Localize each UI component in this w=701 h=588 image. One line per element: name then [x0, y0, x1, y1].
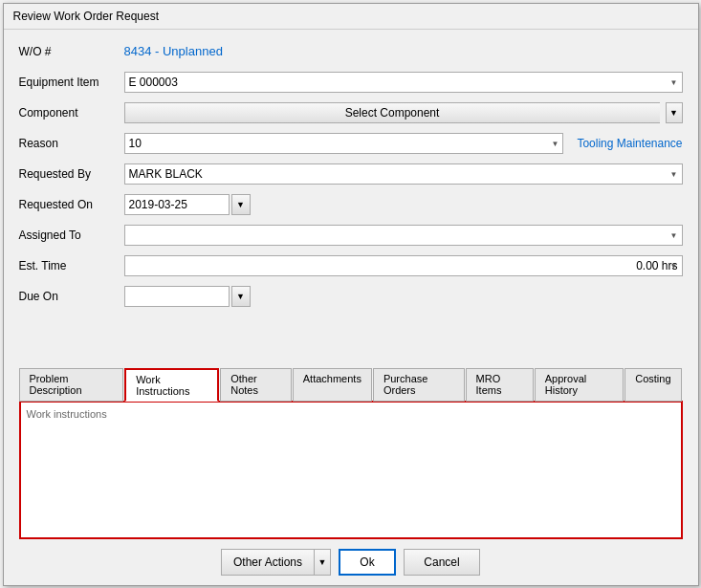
other-actions-button[interactable]: Other Actions	[221, 549, 314, 576]
tooling-link[interactable]: Tooling Maintenance	[577, 137, 682, 150]
date-wrapper: ▼	[124, 194, 683, 215]
dialog-footer: Other Actions ▼ Ok Cancel	[4, 539, 698, 585]
tab-approval-history[interactable]: Approval History	[535, 368, 624, 402]
other-actions-dropdown-button[interactable]: ▼	[314, 549, 331, 576]
dialog-title-bar: Review Work Order Request	[4, 4, 698, 30]
reason-select-wrapper: 10	[124, 133, 564, 154]
reason-select[interactable]: 10	[124, 133, 564, 154]
work-instructions-placeholder: Work instructions	[27, 408, 107, 420]
tab-costing[interactable]: Costing	[624, 368, 681, 402]
form-body: W/O # 8434 - Unplanned Equipment Item E …	[4, 30, 698, 363]
review-work-order-dialog: Review Work Order Request W/O # 8434 - U…	[3, 3, 699, 586]
due-on-control: ▼	[124, 286, 683, 307]
dialog-title: Review Work Order Request	[13, 10, 160, 23]
equipment-label: Equipment Item	[19, 76, 124, 89]
other-actions-button-group: Other Actions ▼	[221, 549, 331, 576]
requested-by-label: Requested By	[19, 167, 124, 181]
est-time-control	[124, 255, 683, 276]
due-on-label: Due On	[19, 290, 124, 303]
assigned-to-control	[124, 225, 683, 246]
work-instructions-content: Work instructions	[25, 406, 677, 534]
tab-problem-description[interactable]: Problem Description	[19, 368, 124, 402]
tab-attachments[interactable]: Attachments	[293, 368, 372, 402]
requested-on-calendar-button[interactable]: ▼	[231, 194, 251, 215]
requested-on-input[interactable]	[124, 194, 230, 215]
assigned-to-select-wrapper	[124, 225, 683, 246]
wo-row: W/O # 8434 - Unplanned	[19, 39, 683, 64]
reason-control: 10 Tooling Maintenance	[124, 133, 683, 154]
est-time-input[interactable]	[124, 255, 683, 276]
select-component-button[interactable]: Select Component	[124, 102, 660, 123]
due-on-input[interactable]	[124, 286, 230, 307]
cancel-button[interactable]: Cancel	[404, 549, 480, 576]
requested-by-row: Requested By MARK BLACK	[19, 162, 683, 186]
reason-label: Reason	[19, 137, 124, 150]
assigned-to-row: Assigned To	[19, 223, 683, 248]
due-on-calendar-button[interactable]: ▼	[231, 286, 251, 307]
wo-label: W/O #	[19, 45, 124, 58]
due-on-date-wrapper: ▼	[124, 286, 683, 307]
equipment-select-wrapper: E 000003	[124, 72, 683, 93]
component-row: Component Select Component ▼	[19, 100, 683, 125]
est-time-row: Est. Time	[19, 253, 683, 278]
requested-on-control: ▼	[124, 194, 683, 215]
requested-by-select[interactable]: MARK BLACK	[124, 163, 683, 185]
tab-content-area: Work instructions	[19, 401, 683, 539]
tab-mro-items[interactable]: MRO Items	[466, 368, 534, 402]
wo-value-wrapper: 8434 - Unplanned	[124, 44, 683, 58]
ok-button[interactable]: Ok	[339, 549, 396, 576]
requested-by-control: MARK BLACK	[124, 163, 683, 185]
assigned-to-select[interactable]	[124, 225, 683, 246]
due-on-row: Due On ▼	[19, 284, 683, 309]
requested-by-select-wrapper: MARK BLACK	[124, 163, 683, 185]
component-dropdown-arrow[interactable]: ▼	[666, 102, 683, 123]
equipment-select[interactable]: E 000003	[124, 72, 683, 93]
equipment-control: E 000003	[124, 72, 683, 93]
requested-on-label: Requested On	[19, 198, 124, 211]
component-control: Select Component ▼	[124, 102, 683, 123]
tab-other-notes[interactable]: Other Notes	[220, 368, 292, 402]
equipment-row: Equipment Item E 000003	[19, 70, 683, 95]
requested-on-row: Requested On ▼	[19, 192, 683, 217]
tabs-section: Problem Description Work Instructions Ot…	[19, 367, 683, 401]
tab-purchase-orders[interactable]: Purchase Orders	[373, 368, 465, 402]
component-label: Component	[19, 106, 124, 120]
est-time-label: Est. Time	[19, 259, 124, 272]
est-time-input-wrapper	[124, 255, 683, 276]
reason-row: Reason 10 Tooling Maintenance	[19, 131, 683, 156]
assigned-to-label: Assigned To	[19, 229, 124, 242]
tabs-row: Problem Description Work Instructions Ot…	[19, 367, 683, 401]
wo-value: 8434 - Unplanned	[124, 44, 223, 58]
tab-work-instructions[interactable]: Work Instructions	[124, 368, 219, 402]
